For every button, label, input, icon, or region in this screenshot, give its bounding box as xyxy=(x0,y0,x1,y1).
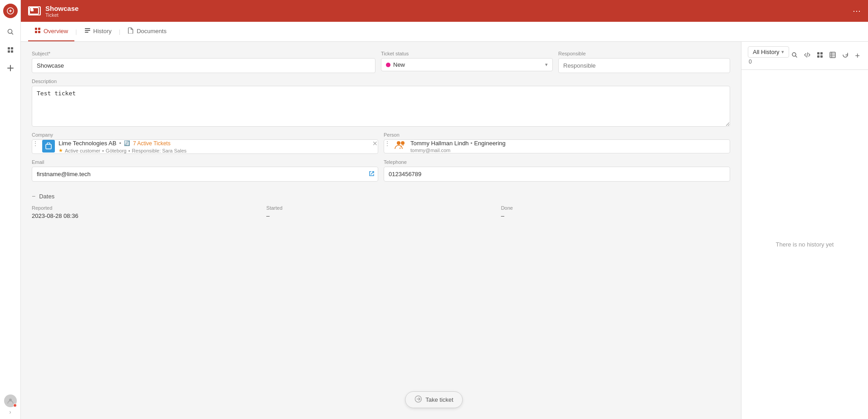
take-ticket-icon xyxy=(414,395,422,404)
app-logo xyxy=(3,4,18,18)
panel-grid-button[interactable] xyxy=(815,50,825,61)
description-row: Description xyxy=(32,79,730,127)
all-history-chevron: ▾ xyxy=(781,49,784,55)
dates-section-title: Dates xyxy=(39,193,54,200)
person-department: Engineering xyxy=(474,140,505,147)
ticket-status-value: New xyxy=(393,61,542,68)
documents-icon xyxy=(127,27,134,35)
tab-history-label: History xyxy=(93,28,112,35)
sidebar-search-icon[interactable] xyxy=(2,24,19,40)
ticket-status-select[interactable]: New ▾ xyxy=(381,58,553,71)
reported-date-label: Reported xyxy=(32,205,261,211)
email-label: Email xyxy=(32,159,378,165)
tab-separator-2: | xyxy=(119,28,120,35)
svg-rect-5 xyxy=(8,50,10,53)
svg-rect-12 xyxy=(35,28,37,30)
dates-toggle-button[interactable]: − xyxy=(32,192,35,200)
email-wrapper xyxy=(32,167,378,182)
take-ticket-button[interactable]: Take ticket xyxy=(405,391,463,408)
company-info: Lime Technologies AB • 🔄 7 Active Ticket… xyxy=(59,140,369,153)
person-dots-menu[interactable]: ⋮ xyxy=(384,140,390,147)
no-history-text: There is no history yet xyxy=(776,241,834,248)
description-group: Description xyxy=(32,79,730,127)
status-chevron-icon: ▾ xyxy=(545,62,548,68)
content-area: Subject* Ticket status New ▾ Responsible xyxy=(21,42,868,419)
svg-rect-16 xyxy=(85,28,90,29)
email-external-link-icon[interactable] xyxy=(369,171,375,178)
svg-rect-19 xyxy=(46,144,51,149)
sidebar-collapse-chevron[interactable]: › xyxy=(10,409,11,415)
company-label: Company xyxy=(32,132,378,138)
company-card-header: ⋮ Lime Technologies AB • 🔄 7 Active Tick… xyxy=(32,140,378,153)
svg-rect-28 xyxy=(830,52,835,58)
company-group: Company ⋮ Lime Technologies AB • xyxy=(32,132,378,154)
panel-table-button[interactable] xyxy=(828,50,838,61)
tab-separator-1: | xyxy=(75,28,77,35)
responsible-label: Responsible xyxy=(558,51,730,56)
company-name-text: Lime Technologies AB xyxy=(59,140,117,147)
tab-overview-label: Overview xyxy=(44,28,68,35)
ticket-status-label: Ticket status xyxy=(381,51,553,56)
svg-rect-25 xyxy=(820,52,823,54)
company-name-row: Lime Technologies AB • 🔄 7 Active Ticket… xyxy=(59,140,369,147)
ticket-status-group: Ticket status New ▾ xyxy=(381,51,553,73)
sidebar-add-icon[interactable] xyxy=(2,60,19,76)
done-date-value: – xyxy=(501,212,730,219)
person-name-text: Tommy Hallman Lindh xyxy=(410,140,469,147)
svg-point-22 xyxy=(792,53,796,56)
svg-rect-27 xyxy=(820,55,823,58)
email-input[interactable] xyxy=(32,167,378,182)
tab-bar: Overview | History | Documents xyxy=(21,22,868,42)
status-dot-indicator xyxy=(386,63,390,67)
svg-rect-6 xyxy=(11,50,13,53)
svg-rect-26 xyxy=(817,55,819,58)
reported-date-col: Reported 2023-08-28 08:36 xyxy=(32,205,261,219)
tab-overview[interactable]: Overview xyxy=(28,22,74,41)
started-date-label: Started xyxy=(266,205,495,211)
header-right: ⋯ xyxy=(853,6,861,16)
subject-input[interactable] xyxy=(32,58,375,73)
panel-search-button[interactable] xyxy=(790,50,800,61)
company-active-tickets-link[interactable]: 7 Active Tickets xyxy=(133,140,171,147)
all-history-count: 0 xyxy=(748,59,789,65)
tab-history[interactable]: History xyxy=(78,22,118,41)
responsible-input[interactable] xyxy=(558,58,730,73)
description-textarea[interactable] xyxy=(32,86,730,127)
sidebar-grid-icon[interactable] xyxy=(2,42,19,58)
person-name-row: Tommy Hallman Lindh • Engineering xyxy=(410,140,730,147)
description-label: Description xyxy=(32,79,730,84)
app-header: Showcase Ticket ⋯ xyxy=(21,0,868,22)
company-remove-button[interactable]: ✕ xyxy=(372,140,378,147)
company-location: Göteborg xyxy=(106,148,127,153)
svg-rect-11 xyxy=(31,9,34,11)
started-date-col: Started – xyxy=(266,205,495,219)
header-title: Showcase Ticket xyxy=(45,5,78,18)
panel-code-button[interactable] xyxy=(802,50,812,61)
header-menu-button[interactable]: ⋯ xyxy=(853,6,861,16)
header-left: Showcase Ticket xyxy=(28,5,78,18)
company-dots-menu[interactable]: ⋮ xyxy=(32,140,39,147)
panel-refresh-button[interactable] xyxy=(840,50,850,61)
svg-rect-24 xyxy=(817,52,819,54)
responsible-group: Responsible xyxy=(558,51,730,73)
email-group: Email xyxy=(32,159,378,182)
all-history-button[interactable]: All History ▾ xyxy=(748,46,789,58)
company-person-row: Company ⋮ Lime Technologies AB • xyxy=(32,132,730,154)
started-date-value: – xyxy=(266,212,495,219)
svg-point-21 xyxy=(401,141,405,145)
main-content: Showcase Ticket ⋯ Overview | History | xyxy=(21,0,868,419)
person-info: Tommy Hallman Lindh • Engineering tommy@… xyxy=(410,140,730,153)
panel-add-button[interactable]: + xyxy=(853,50,862,62)
right-panel-actions: + xyxy=(790,50,862,62)
tab-documents[interactable]: Documents xyxy=(121,22,173,41)
company-tickets-icon: 🔄 xyxy=(124,140,130,146)
person-group: Person ⋮ Tommy Hallman Lindh • xyxy=(384,132,730,154)
telephone-input[interactable] xyxy=(384,167,730,182)
header-title-sub: Ticket xyxy=(45,12,78,18)
tab-documents-label: Documents xyxy=(137,28,166,35)
sidebar: › xyxy=(0,0,21,419)
right-panel: All History ▾ 0 xyxy=(741,42,868,419)
user-avatar[interactable] xyxy=(4,394,17,407)
right-panel-body: There is no history yet xyxy=(741,70,868,419)
person-card: ⋮ Tommy Hallman Lindh • Engineering xyxy=(384,139,730,153)
